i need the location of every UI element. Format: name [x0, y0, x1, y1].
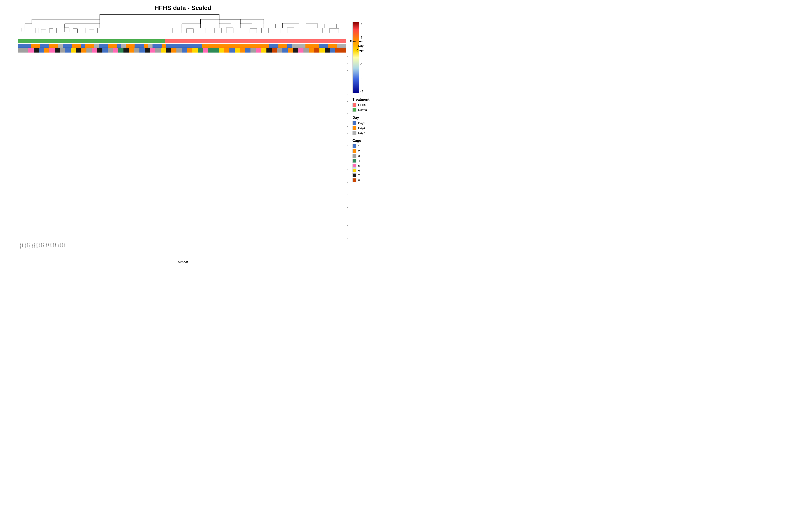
- svg-text:N4Ag0N: N4Ag0N: [55, 244, 56, 248]
- svg-text:A-h80.NC: A-h80.NC: [32, 244, 33, 248]
- treatment-legend-item-hfhs: HFHS: [353, 103, 397, 107]
- day-legend-item-4: Day4: [353, 126, 397, 130]
- treatment-bar: Treatment: [18, 39, 346, 43]
- cage5-label: 5: [358, 164, 360, 167]
- heatmap-body: 230 1889Ca 606 5 03738 860: [18, 53, 346, 243]
- svg-text:N4AdAOP0: N4AdAOP0: [29, 244, 31, 249]
- cage-legend-item-7: 7: [353, 173, 397, 177]
- cage7-label: 7: [358, 174, 360, 177]
- svg-text:G00xK0: G00xK0: [64, 244, 65, 248]
- svg-text:Ak0Mh0A: Ak0Mh0A: [27, 244, 28, 248]
- svg-text:Ak8Mh0: Ak8Mh0: [53, 244, 54, 248]
- dendrogram-top: [18, 13, 346, 39]
- normal-label: Normal: [358, 108, 367, 112]
- cage-legend-item-1: 1: [353, 144, 397, 148]
- day4-label: Day4: [358, 126, 365, 130]
- cage-bar: Cage: [18, 48, 346, 53]
- repeat-axis-label: Repeat: [18, 260, 348, 264]
- day1-label: Day1: [358, 121, 365, 125]
- row-labels: 230 1889Ca 606 5 03738 860: [347, 53, 358, 243]
- svg-text:0APNCX: 0APNCX: [43, 244, 44, 248]
- cage4-label: 4: [358, 159, 360, 163]
- cage-legend-item-5: 5: [353, 164, 397, 168]
- scale-label-n4: -4: [360, 90, 363, 93]
- svg-text:N2AdD0: N2AdD0: [46, 244, 47, 248]
- cage-legend: Cage 1 2 3 4 5 6: [353, 139, 397, 183]
- cage-legend-item-3: 3: [353, 154, 397, 158]
- day-legend-item-7: Day7: [353, 131, 397, 135]
- treatment-legend-title: Treatment: [353, 97, 397, 101]
- day-legend-item-1: Day1: [353, 121, 397, 125]
- cage1-label: 1: [358, 145, 360, 148]
- chart-title: HFHS data - Scaled: [4, 4, 348, 12]
- annotation-bars: Treatment: [18, 39, 346, 53]
- day7-label: Day7: [358, 131, 365, 135]
- cage-legend-title: Cage: [353, 139, 397, 143]
- cage8-label: 8: [358, 179, 360, 182]
- cage6-label: 6: [358, 169, 360, 172]
- scale-label-6: 6: [360, 22, 363, 26]
- day-legend: Day Day1 Day4 Day7: [353, 116, 397, 136]
- cage-legend-item-6: 6: [353, 169, 397, 172]
- scale-label-n2: -2: [360, 76, 363, 80]
- svg-text:AH0A80.N: AH0A80.N: [34, 244, 35, 249]
- day-legend-title: Day: [353, 116, 397, 120]
- day-label: Day: [358, 44, 363, 48]
- cage-legend-item-8: 8: [353, 178, 397, 182]
- cage2-label: 2: [358, 149, 360, 153]
- svg-text:G6d0xK: G6d0xK: [39, 244, 40, 248]
- svg-text:G8d0xKa: G8d0xKa: [50, 244, 52, 248]
- svg-text:N2aA0.A0: N2aA0.A0: [36, 244, 38, 249]
- svg-text:A-h80.Cg: A-h80.Cg: [22, 244, 23, 248]
- col-labels-bottom: N2aA-A-h80 A-h80.Cg G0d0xKcq Ak0Mh0A N4A…: [18, 243, 346, 259]
- treatment-legend-item-normal: Normal: [353, 108, 397, 112]
- scale-label-0: 0: [360, 62, 363, 66]
- svg-text:A-h80.P: A-h80.P: [57, 244, 59, 248]
- svg-text:N2aA0P: N2aA0P: [60, 244, 61, 248]
- scale-label-4: 4: [360, 36, 363, 39]
- color-scale-labels: 6 4 2 0 -2 -4: [359, 22, 363, 93]
- color-scale-container: 6 4 2 0 -2 -4: [353, 22, 397, 93]
- heatmap-canvas: [18, 53, 346, 243]
- cage-legend-item-2: 2: [353, 149, 397, 153]
- hfhs-label: HFHS: [358, 103, 366, 107]
- treatment-legend: Treatment HFHS Normal: [353, 97, 397, 113]
- svg-text:Ak80Mh: Ak80Mh: [41, 244, 42, 248]
- svg-text:G0d0xKcq: G0d0xKcq: [25, 244, 26, 249]
- cage3-label: 3: [358, 154, 360, 158]
- day-bar: Day: [18, 44, 346, 48]
- cage-label: Cage: [357, 49, 363, 52]
- svg-text:N2aA-A-h80: N2aA-A-h80: [20, 244, 21, 250]
- svg-text:A-h60.C: A-h60.C: [48, 244, 49, 248]
- cage-legend-item-4: 4: [353, 159, 397, 163]
- treatment-label: Treatment: [350, 40, 363, 43]
- svg-text:A0hN80: A0hN80: [62, 244, 63, 248]
